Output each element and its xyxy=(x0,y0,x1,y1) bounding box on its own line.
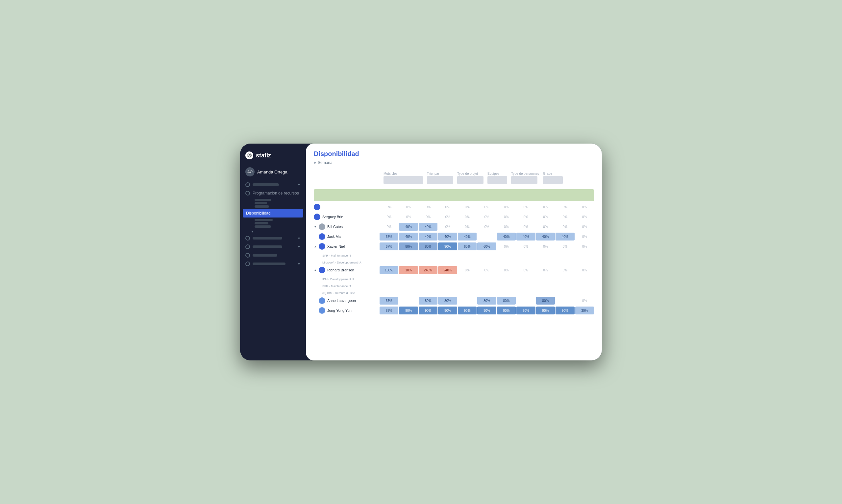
cell: 80% xyxy=(399,242,418,250)
table-container: 0% 0% 0% 0% 0% 0% 0% 0% 0% 0% 0% Sergue xyxy=(306,186,602,360)
filter-label: Trier par xyxy=(427,172,453,176)
table-row: ▲ Richard Branson 100% 18% 240% 240% 0% … xyxy=(314,266,594,275)
cell: 60% xyxy=(477,242,496,250)
cells-row: 83% 90% 90% 90% 90% 90% 90% 90% 90% 90% … xyxy=(380,307,594,314)
cell: 0% xyxy=(536,223,555,231)
semana-label: Semana xyxy=(318,160,332,165)
trier-par-input[interactable] xyxy=(427,176,453,184)
filter-label: Type de personnes xyxy=(511,172,539,176)
green-header-bar xyxy=(314,189,594,201)
resource-info: Serguey Brin xyxy=(314,214,380,220)
cell: 0% xyxy=(555,203,574,211)
sub-text: IBM - Développement IA xyxy=(322,277,355,281)
sidebar-item-4[interactable]: ▼ xyxy=(240,242,306,251)
filter-grade: Grade xyxy=(543,172,563,184)
cell: 0% xyxy=(497,213,516,221)
cell: 0% xyxy=(419,203,437,211)
expand-icon[interactable]: ▲ xyxy=(314,268,317,272)
avatar xyxy=(319,267,325,273)
cell: 0% xyxy=(438,223,457,231)
cell: 0% xyxy=(458,213,477,221)
sidebar-item-3[interactable]: ▼ xyxy=(240,234,306,242)
cell: 0% xyxy=(516,213,535,221)
cell: 0% xyxy=(399,213,418,221)
type-projet-input[interactable] xyxy=(457,176,483,184)
chevron-down-icon: ▼ xyxy=(297,237,300,240)
resource-info: ▲ Xavier Niel xyxy=(314,243,380,250)
sidebar-item-label: Programación de recursos xyxy=(253,191,299,196)
cell: 60% xyxy=(458,242,477,250)
cell: 0% xyxy=(497,203,516,211)
cell: 0% xyxy=(477,223,496,231)
avatar xyxy=(319,243,325,250)
cell: 0% xyxy=(575,233,594,240)
sub-row: IBM - Développement IA xyxy=(314,275,594,282)
table-row: Serguey Brin 0% 0% 0% 0% 0% 0% 0% 0% 0% … xyxy=(314,212,594,221)
cells-row: 0% 40% 40% 0% 0% 0% 0% 0% 0% 0% 0% xyxy=(380,223,594,231)
resource-info: ▼ Jack Ma xyxy=(314,233,380,240)
cell: 100% xyxy=(380,266,398,274)
table-row: 0% 0% 0% 0% 0% 0% 0% 0% 0% 0% 0% xyxy=(314,202,594,212)
device-frame: ⚽ stafiz AO Amanda Ortega ▼ Programación… xyxy=(240,144,602,360)
sidebar-item-5[interactable] xyxy=(240,251,306,259)
cell: 0% xyxy=(516,223,535,231)
avatar xyxy=(319,233,325,240)
cell: 40% xyxy=(399,223,418,231)
cell: 40% xyxy=(536,233,555,240)
cell: 0% xyxy=(575,223,594,231)
resource-name: Xavier Niel xyxy=(327,245,345,248)
filter-label: Mots clés xyxy=(383,172,423,176)
cell: 90% xyxy=(438,242,457,250)
sub-text: (P) IBM - Refonte du site xyxy=(322,291,355,295)
chevron-down-icon: ▼ xyxy=(297,245,300,249)
resource-name: Richard Branson xyxy=(327,268,354,272)
resource-info: ▼ Bill Gates xyxy=(314,223,380,230)
expand-icon[interactable]: ▲ xyxy=(314,245,317,248)
sidebar-user[interactable]: AO Amanda Ortega xyxy=(240,165,306,180)
cell: 83% xyxy=(380,307,398,314)
resource-info: ▲ Richard Branson xyxy=(314,267,380,273)
sidebar-item-1[interactable]: ▼ xyxy=(240,180,306,189)
cell: 80% xyxy=(438,297,457,305)
app-logo: ⚽ stafiz xyxy=(240,149,306,165)
resource-name: Jong-Yong Yun xyxy=(327,308,351,312)
cell: 0% xyxy=(536,213,555,221)
cell: 0% xyxy=(536,203,555,211)
mots-cles-input[interactable] xyxy=(383,176,423,184)
sidebar-item-6[interactable]: ▼ xyxy=(240,259,306,268)
radio-icon xyxy=(245,182,250,187)
cells-row: 0% 0% 0% 0% 0% 0% 0% 0% 0% 0% 0% xyxy=(380,213,594,221)
grade-input[interactable] xyxy=(543,176,563,184)
sidebar-item-programacion[interactable]: Programación de recursos xyxy=(240,189,306,197)
cell xyxy=(516,297,535,305)
sub-info: Microsoft - Développement IA xyxy=(314,259,380,265)
chevron-down-icon: ▼ xyxy=(251,230,254,233)
main-content: Disponibilidad Semana Mots clés Trier pa… xyxy=(306,144,602,360)
cell: 0% xyxy=(555,223,574,231)
radio-icon xyxy=(245,191,250,196)
avatar: AO xyxy=(245,167,255,176)
sub-info: SFR - Maintenance IT xyxy=(314,283,380,288)
cell: 240% xyxy=(438,266,457,274)
sidebar-item-prevista[interactable]: Disponibilidad xyxy=(243,209,303,217)
cells-row: 67% 40% 40% 40% 40% 40% 40% 40% 40% 0% xyxy=(380,233,594,240)
expand-icon[interactable]: ▼ xyxy=(314,225,317,228)
sub-info: (P) IBM - Refonte du site xyxy=(314,289,380,295)
app-name: stafiz xyxy=(256,152,271,159)
cell: 40% xyxy=(497,233,516,240)
sidebar-item-label: Disponibilidad xyxy=(246,211,271,216)
type-personnes-input[interactable] xyxy=(511,176,537,184)
cell: 0% xyxy=(477,213,496,221)
cell: 40% xyxy=(458,233,477,240)
cell: 0% xyxy=(419,213,437,221)
cell xyxy=(458,297,477,305)
equipes-input[interactable] xyxy=(487,176,507,184)
filter-type-projet: Type de projet xyxy=(457,172,483,184)
radio-icon xyxy=(245,262,250,266)
main-header: Disponibilidad Semana xyxy=(306,144,602,169)
filter-label: Type de projet xyxy=(457,172,483,176)
resource-info xyxy=(314,204,380,210)
resource-info: ▼ Anne Lauvergeon xyxy=(314,298,380,304)
filter-mots-cles: Mots clés xyxy=(383,172,423,184)
cell: 0% xyxy=(380,203,398,211)
